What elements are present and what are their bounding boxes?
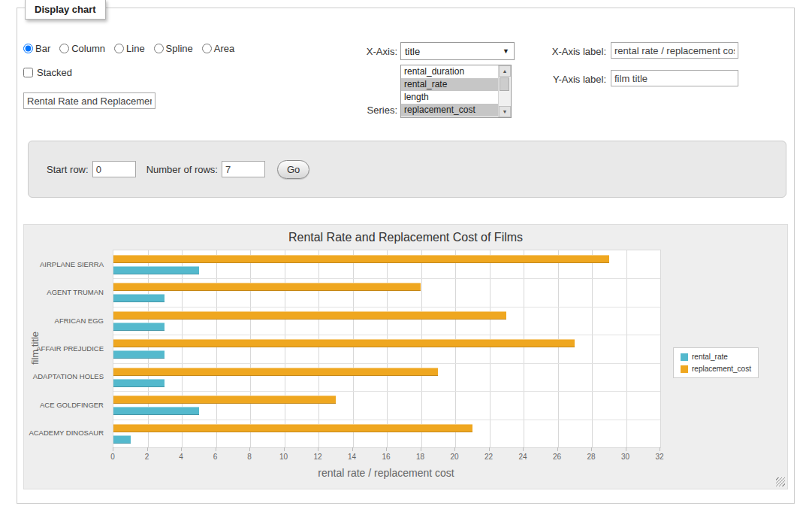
bar-rental_rate[interactable] xyxy=(113,350,165,359)
chart-title: Rental Rate and Replacement Cost of Film… xyxy=(24,231,787,244)
x-tick-label: 26 xyxy=(553,453,561,461)
x-tick-label: 6 xyxy=(213,453,218,461)
series-listbox-options: rental_durationrental_ratelengthreplacem… xyxy=(401,65,499,117)
x-tick-mark xyxy=(591,447,592,451)
x-gridline xyxy=(592,250,593,447)
bar-rental_rate[interactable] xyxy=(113,266,199,274)
category-label: AIRPLANE SIERRA xyxy=(40,259,104,268)
legend-item-rental_rate[interactable]: rental_rate xyxy=(681,353,751,361)
x-axis-title: rental rate / replacement cost xyxy=(113,467,660,479)
y-gridline xyxy=(113,278,660,279)
panel-title: Display chart xyxy=(25,0,106,20)
chart-type-option-area[interactable]: Area xyxy=(202,43,234,54)
chart-type-radio-bar[interactable] xyxy=(23,44,33,53)
x-gridline xyxy=(250,250,251,447)
bar-replacement_cost[interactable] xyxy=(113,424,472,432)
chart-type-option-spline[interactable]: Spline xyxy=(154,43,193,54)
chart-title-input[interactable] xyxy=(23,92,155,109)
x-gridline xyxy=(490,250,491,447)
bar-rental_rate[interactable] xyxy=(113,379,165,387)
x-tick-mark xyxy=(284,447,285,451)
x-tick-label: 20 xyxy=(450,453,458,461)
x-tick-label: 16 xyxy=(382,453,390,461)
x-tick-label: 30 xyxy=(621,453,629,461)
x-tick-label: 24 xyxy=(518,453,527,461)
x-axis-select[interactable]: title ▼ xyxy=(400,42,515,60)
series-listbox[interactable]: rental_durationrental_ratelengthreplacem… xyxy=(400,65,512,118)
chart-type-option-column[interactable]: Column xyxy=(59,43,105,54)
x-tick-mark xyxy=(318,447,318,451)
x-tick-label: 32 xyxy=(655,453,663,461)
x-tick-label: 10 xyxy=(279,453,288,461)
scroll-down-icon[interactable]: ▼ xyxy=(499,106,511,117)
x-tick-mark xyxy=(249,447,250,451)
x-tick-label: 0 xyxy=(110,453,115,461)
bar-replacement_cost[interactable] xyxy=(113,395,336,404)
series-option-rental_duration[interactable]: rental_duration xyxy=(401,65,499,78)
resize-handle-icon[interactable] xyxy=(776,477,785,486)
x-tick-label: 12 xyxy=(313,453,321,461)
x-tick-mark xyxy=(454,447,455,451)
bar-rental_rate[interactable] xyxy=(113,323,165,331)
x-tick-mark xyxy=(352,447,353,451)
x-tick-mark xyxy=(421,447,421,451)
x-tick-mark xyxy=(626,447,626,451)
bar-replacement_cost[interactable] xyxy=(113,283,421,291)
start-row-input[interactable] xyxy=(92,161,136,177)
series-option-replacement_cost[interactable]: replacement_cost xyxy=(401,104,499,117)
scroll-thumb[interactable] xyxy=(500,77,509,91)
chart-type-radio-column[interactable] xyxy=(59,44,69,53)
x-tick-mark xyxy=(147,447,148,451)
x-gridline xyxy=(455,250,456,447)
x-gridline xyxy=(182,250,183,447)
x-tick-label: 28 xyxy=(587,453,595,461)
x-gridline xyxy=(216,250,217,447)
legend-item-replacement_cost[interactable]: replacement_cost xyxy=(681,365,751,373)
y-axis-label-label: Y-Axis label: xyxy=(534,74,606,85)
chart-type-option-line[interactable]: Line xyxy=(114,43,145,54)
x-tick-label: 22 xyxy=(484,453,493,461)
scroll-up-icon[interactable]: ▲ xyxy=(499,65,511,77)
go-button[interactable]: Go xyxy=(277,160,309,179)
chart-type-radio-area[interactable] xyxy=(202,44,212,53)
y-axis-label-input[interactable] xyxy=(611,70,738,86)
page: Display chart BarColumnLineSplineArea St… xyxy=(0,0,812,512)
bar-rental_rate[interactable] xyxy=(113,294,165,302)
x-tick-label: 14 xyxy=(348,453,356,461)
chart-type-option-bar[interactable]: Bar xyxy=(23,43,50,54)
x-tick-mark xyxy=(181,447,182,451)
x-tick-mark xyxy=(386,447,387,451)
x-axis-label-label: X-Axis label: xyxy=(534,46,606,57)
series-listbox-scrollbar[interactable]: ▲ ▼ xyxy=(498,65,511,117)
x-gridline xyxy=(148,250,149,447)
x-gridline xyxy=(421,250,422,447)
series-option-rental_rate[interactable]: rental_rate xyxy=(401,78,499,91)
number-of-rows-input[interactable] xyxy=(222,161,265,177)
bar-replacement_cost[interactable] xyxy=(113,255,609,263)
x-tick-label: 4 xyxy=(179,453,183,461)
series-option-length[interactable]: length xyxy=(401,91,499,104)
legend-swatch-icon xyxy=(681,365,688,373)
x-tick-label: 18 xyxy=(416,453,424,461)
stacked-checkbox[interactable] xyxy=(23,68,33,77)
chart-type-radio-spline[interactable] xyxy=(154,44,164,53)
stacked-label: Stacked xyxy=(37,67,72,78)
x-tick-mark xyxy=(113,447,113,451)
bar-replacement_cost[interactable] xyxy=(113,311,506,320)
x-gridline xyxy=(318,250,319,447)
plot-area xyxy=(113,250,661,448)
bar-replacement_cost[interactable] xyxy=(113,368,438,376)
x-axis-label-input[interactable] xyxy=(611,42,738,59)
bar-rental_rate[interactable] xyxy=(113,435,131,444)
stacked-option[interactable]: Stacked xyxy=(23,67,72,78)
chart-legend: rental_ratereplacement_cost xyxy=(673,347,759,378)
y-gridline xyxy=(113,363,660,364)
chart-type-radio-line[interactable] xyxy=(114,44,124,53)
x-tick-marks xyxy=(113,447,660,451)
category-label: AGENT TRUMAN xyxy=(47,288,104,296)
category-label: ACE GOLDFINGER xyxy=(40,400,104,408)
bar-replacement_cost[interactable] xyxy=(113,339,575,347)
bar-rental_rate[interactable] xyxy=(113,407,199,415)
x-gridline xyxy=(626,250,627,447)
category-labels: AIRPLANE SIERRAAGENT TRUMANAFRICAN EGGAF… xyxy=(24,250,108,447)
